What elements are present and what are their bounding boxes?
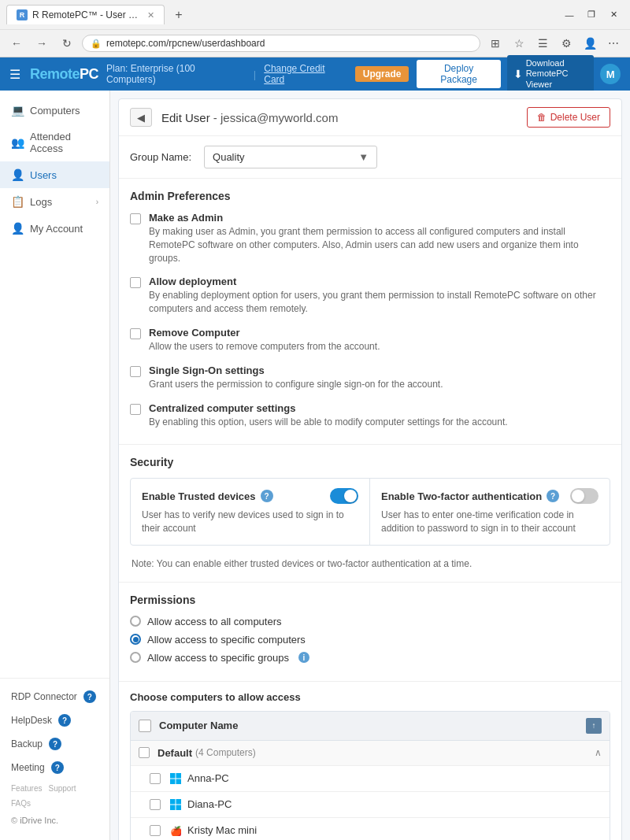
windows-icon-anna [169, 772, 183, 786]
security-box: Enable Trusted devices ? User has to ver… [130, 478, 610, 546]
delete-user-button[interactable]: 🗑 Delete User [527, 107, 610, 128]
centralized-checkbox[interactable] [130, 404, 141, 415]
centralized-label: Centralized computer settings [149, 402, 610, 414]
sidebar-item-attended-access[interactable]: 👥 Attended Access [0, 124, 109, 161]
forward-nav-button[interactable]: → [32, 33, 52, 54]
sidebar-item-computers[interactable]: 💻 Computers [0, 97, 109, 124]
group-name-value: Quality [213, 151, 244, 163]
computer-name-kristy: Kristy Mac mini [187, 824, 257, 836]
new-tab-button[interactable]: + [169, 6, 188, 24]
extensions-icon[interactable]: ⚙ [556, 33, 576, 54]
profile-icon[interactable]: 👤 [580, 33, 600, 54]
hamburger-icon[interactable]: ☰ [9, 67, 20, 82]
radio-specific-computers[interactable]: Allow access to specific computers [130, 634, 610, 646]
sidebar-label-attended: Attended Access [30, 131, 98, 154]
idrive-copyright: © iDrive Inc. [0, 812, 109, 828]
svg-rect-2 [170, 779, 176, 784]
sso-label: Single Sign-On settings [149, 364, 610, 376]
backup-help-icon[interactable]: ? [49, 738, 61, 750]
meeting-help-icon[interactable]: ? [51, 761, 64, 774]
address-bar[interactable]: 🔒 remotepc.com/rpcnew/userdashboard [82, 35, 480, 52]
security-title: Security [130, 456, 610, 468]
reader-view-icon[interactable]: ⊞ [485, 33, 506, 54]
table-header-checkbox[interactable] [139, 720, 151, 732]
bookmark-icon[interactable]: ☆ [509, 33, 529, 54]
trusted-devices-toggle[interactable] [330, 488, 358, 504]
download-viewer-button[interactable]: ⬇ Download RemotePC Viewer [507, 55, 595, 93]
browser-tab[interactable]: R R RemotePC™ - User Mar... ✕ [6, 5, 165, 24]
minimize-button[interactable]: — [559, 7, 580, 23]
radio-groups-label: Allow access to specific groups [147, 652, 289, 664]
anna-checkbox[interactable] [150, 773, 161, 784]
diana-checkbox[interactable] [150, 799, 161, 810]
table-header: Computer Name ↑ [131, 712, 610, 741]
allow-deployment-checkbox[interactable] [130, 277, 141, 288]
refresh-button[interactable]: ↻ [57, 33, 77, 54]
group-name-select[interactable]: Quality ▼ [204, 146, 377, 168]
sidebar-item-rdp[interactable]: RDP Connector ? [0, 685, 109, 709]
make-admin-checkbox[interactable] [130, 213, 141, 224]
deploy-package-button[interactable]: Deploy Package [417, 60, 500, 88]
menu-icon[interactable]: ☰ [532, 33, 553, 54]
sidebar-item-backup[interactable]: Backup ? [0, 732, 109, 756]
pref-item-make-admin: Make as Admin By making user as Admin, y… [130, 212, 610, 265]
two-factor-toggle[interactable] [570, 488, 598, 504]
computers-section-title: Choose computers to allow access [130, 691, 610, 703]
restore-button[interactable]: ❐ [581, 7, 602, 23]
sidebar-item-helpdesk[interactable]: HelpDesk ? [0, 709, 109, 732]
group-default-chevron-icon[interactable]: ∧ [595, 747, 602, 758]
group-default-name: Default [158, 747, 192, 759]
sidebar-item-my-account[interactable]: 👤 My Account [0, 215, 109, 242]
kristy-checkbox[interactable] [150, 825, 161, 836]
allow-deployment-desc: By enabling deployment option for users,… [149, 289, 610, 316]
computer-name-diana: Diana-PC [187, 798, 232, 810]
tab-favicon: R [17, 9, 28, 20]
more-icon[interactable]: ⋯ [603, 33, 624, 54]
rdp-help-icon[interactable]: ? [83, 690, 96, 703]
sidebar-item-logs[interactable]: 📋 Logs › [0, 188, 109, 215]
features-link[interactable]: Features [11, 784, 42, 793]
security-row: Enable Trusted devices ? User has to ver… [131, 479, 610, 545]
sidebar-item-meeting[interactable]: Meeting ? [0, 756, 109, 779]
rdp-label: RDP Connector [11, 691, 77, 702]
back-button[interactable]: ◀ [130, 108, 152, 127]
table-scroll[interactable]: Default (4 Computers) ∧ Anna-PC [131, 741, 610, 840]
close-tab-icon[interactable]: ✕ [147, 10, 154, 20]
radio-all-label: Allow access to all computers [147, 616, 282, 627]
two-factor-label: Enable Two-factor authentication [381, 490, 542, 502]
sidebar-item-users[interactable]: 👤 Users [0, 161, 109, 188]
edit-user-header: ◀ Edit User - jessica@myworld.com 🗑 Dele… [119, 99, 621, 136]
group-default-checkbox[interactable] [139, 747, 150, 758]
plan-info: Plan: Enterprise (100 Computers) [106, 63, 246, 85]
pref-item-allow-deployment: Allow deployment By enabling deployment … [130, 276, 610, 316]
admin-prefs-title: Admin Preferences [130, 190, 610, 202]
trusted-devices-help-icon[interactable]: ? [261, 490, 273, 502]
computer-row-kristy: 🍎 Kristy Mac mini [131, 818, 610, 840]
sso-desc: Grant users the permission to configure … [149, 378, 610, 391]
helpdesk-help-icon[interactable]: ? [58, 714, 71, 727]
change-credit-link[interactable]: Change Credit Card [264, 63, 347, 85]
back-nav-button[interactable]: ← [6, 33, 27, 54]
radio-specific-circle [130, 634, 141, 645]
remove-computer-desc: Allow the users to remove computers from… [149, 340, 610, 353]
helpdesk-label: HelpDesk [11, 715, 52, 726]
attended-access-icon: 👥 [11, 136, 24, 149]
user-avatar[interactable]: M [600, 64, 621, 84]
remove-computer-checkbox[interactable] [130, 328, 141, 339]
groups-info-icon[interactable]: i [298, 652, 309, 663]
sso-checkbox[interactable] [130, 366, 141, 377]
upgrade-button[interactable]: Upgrade [355, 66, 410, 82]
two-factor-help-icon[interactable]: ? [547, 490, 559, 502]
security-note: Note: You can enable either trusted devi… [130, 553, 610, 577]
my-account-icon: 👤 [11, 222, 24, 235]
make-admin-desc: By making user as Admin, you grant them … [149, 225, 610, 265]
sort-icon[interactable]: ↑ [586, 718, 602, 734]
close-button[interactable]: ✕ [603, 7, 624, 23]
computer-row-anna: Anna-PC [131, 766, 610, 792]
faqs-link[interactable]: FAQs [11, 799, 31, 808]
security-section: Security Enable Trusted devices ? [119, 445, 621, 583]
radio-all-computers[interactable]: Allow access to all computers [130, 616, 610, 627]
radio-specific-groups[interactable]: Allow access to specific groups i [130, 652, 610, 664]
support-link[interactable]: Support [48, 784, 76, 793]
trusted-devices-label: Enable Trusted devices [142, 490, 256, 502]
